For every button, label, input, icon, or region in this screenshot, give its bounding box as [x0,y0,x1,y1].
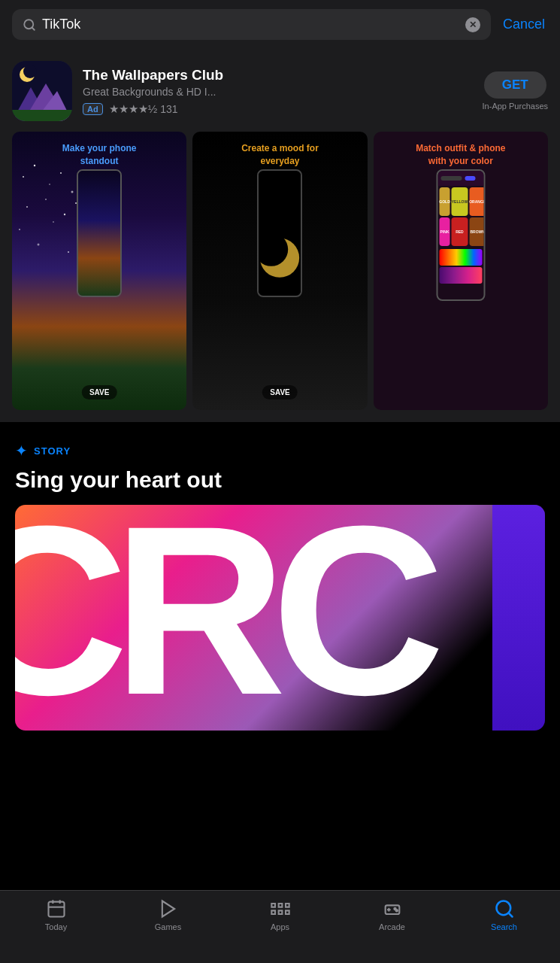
svg-point-16 [45,199,47,200]
today-icon [46,898,67,919]
ss3-label: Match outfit & phone with your color [374,142,548,168]
ad-card: The Wallpapers Club Great Backgrounds & … [0,49,560,422]
story-title: Sing your heart out [15,467,545,493]
app-name: The Wallpapers Club [83,67,472,84]
rating-count: 131 [160,103,177,115]
in-app-purchases-label: In-App Purchases [483,102,548,111]
svg-marker-30 [162,901,174,917]
app-subtitle: Great Backgrounds & HD I... [83,86,472,98]
search-input-wrap: ✕ [12,9,491,40]
ss1-save-label: SAVE [82,385,117,399]
svg-point-14 [71,191,74,193]
ss2-save-label: SAVE [262,385,298,399]
clear-button[interactable]: ✕ [465,17,480,32]
tab-search-label: Search [491,922,517,931]
search-tab-icon [494,898,515,919]
svg-point-18 [19,229,20,230]
svg-point-12 [49,184,50,185]
tab-bar: Today Games Apps Arcade Search [0,890,560,963]
svg-point-21 [38,244,40,246]
app-icon [12,61,72,121]
story-section: ✦ STORY Sing your heart out C RC [0,424,560,743]
tab-apps[interactable]: Apps [224,898,336,931]
app-meta: Ad ★★★★½ 131 [83,102,472,116]
svg-rect-26 [48,902,64,917]
svg-line-1 [32,27,34,29]
story-label-row: ✦ STORY [15,442,545,460]
games-icon [158,898,179,919]
arcade-icon [382,898,403,919]
tab-today-label: Today [45,922,67,931]
svg-point-11 [34,165,35,166]
get-button[interactable]: GET [484,71,546,99]
screenshot-3[interactable]: Match outfit & phone with your color GOL… [374,132,548,410]
svg-line-37 [508,913,512,916]
tab-today[interactable]: Today [0,898,112,931]
ad-badge: Ad [83,103,103,115]
phone-mockup-1 [77,169,122,297]
svg-rect-9 [12,110,72,121]
tab-arcade-label: Arcade [379,922,405,931]
search-input[interactable] [42,17,459,32]
svg-point-35 [395,910,397,911]
apps-icon [269,898,292,919]
svg-point-15 [26,206,28,208]
svg-point-5 [23,65,37,78]
svg-point-13 [60,172,62,174]
get-button-wrap: GET In-App Purchases [483,71,548,111]
phone-mockup-3: GOLD YELLOW ORANGE PINK RED BROWN [436,169,485,301]
phone-mockup-2 [257,169,302,297]
screenshots-row: Make your phone standout [12,132,548,410]
svg-point-17 [64,214,65,215]
tab-games-label: Games [155,922,181,931]
svg-point-19 [53,221,54,223]
screenshot-2[interactable]: Create a mood for everyday SAVE [192,132,367,410]
app-info: The Wallpapers Club Great Backgrounds & … [83,67,472,116]
tab-search[interactable]: Search [448,898,560,931]
tab-apps-label: Apps [271,922,289,931]
cancel-button[interactable]: Cancel [500,17,548,32]
story-art: C RC [15,505,545,731]
ad-header: The Wallpapers Club Great Backgrounds & … [12,61,548,121]
tab-arcade[interactable]: Arcade [336,898,448,931]
ss2-label: Create a mood for everyday [192,142,367,168]
screenshot-1[interactable]: Make your phone standout [12,132,186,410]
story-type-label: STORY [34,445,71,457]
search-icon [23,18,36,32]
story-image[interactable]: C RC [15,505,545,731]
stars-row: ★★★★½ 131 [109,102,178,116]
svg-point-10 [23,176,24,178]
tab-games[interactable]: Games [112,898,224,931]
story-icon: ✦ [15,442,28,460]
svg-point-22 [68,251,69,253]
search-bar-area: ✕ Cancel [0,0,560,49]
